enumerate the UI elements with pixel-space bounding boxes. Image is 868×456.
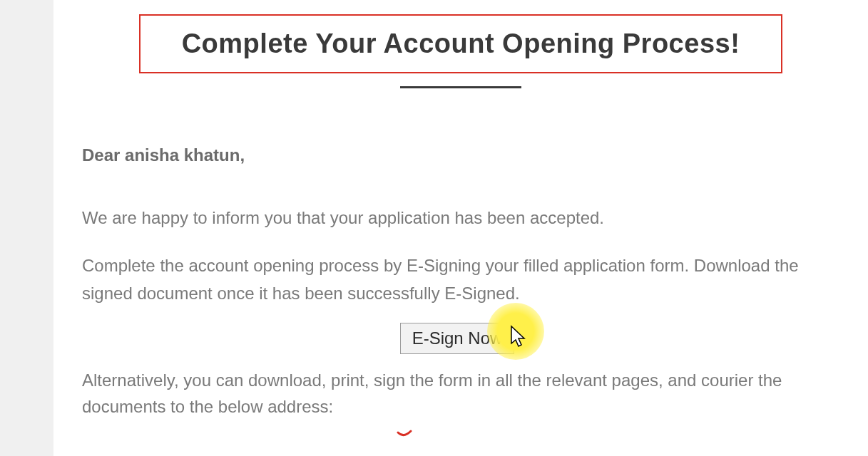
esign-now-button[interactable]: E-Sign Now [400,323,515,354]
button-row: E-Sign Now [82,323,832,354]
instructions-paragraph: Complete the account opening process by … [82,252,832,307]
greeting-text: Dear anisha khatun, [82,145,832,165]
intro-paragraph: We are happy to inform you that your app… [82,204,832,231]
email-content: Complete Your Account Opening Process! D… [53,0,868,420]
red-mark-icon [397,430,412,442]
alternative-paragraph: Alternatively, you can download, print, … [82,367,832,420]
page-title: Complete Your Account Opening Process! [162,28,760,59]
email-body: Dear anisha khatun, We are happy to info… [53,88,868,420]
left-sidebar [0,0,53,456]
title-highlight-box: Complete Your Account Opening Process! [139,14,782,73]
